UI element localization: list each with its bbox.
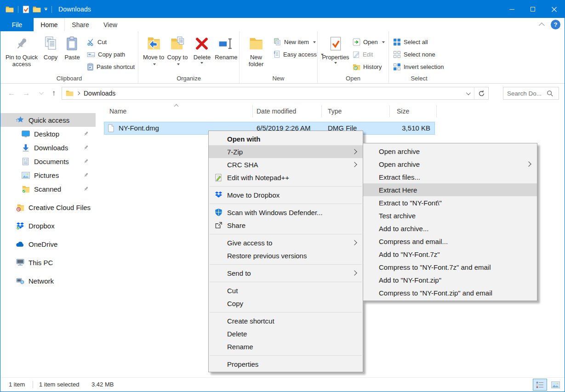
status-bar: 1 item 1 item selected 3.42 MB bbox=[0, 377, 565, 392]
maximize-button[interactable] bbox=[522, 0, 543, 18]
submenu-item-extract-to-folder[interactable]: Extract to "NY-Font\" bbox=[363, 196, 537, 209]
menu-item-create-shortcut[interactable]: Create shortcut bbox=[209, 314, 363, 327]
submenu-item-compress-to-zip-and-email[interactable]: Compress to "NY-Font.zip" and email bbox=[363, 286, 537, 299]
breadcrumb-chevron-icon[interactable] bbox=[76, 91, 80, 95]
refresh-button[interactable] bbox=[474, 87, 488, 99]
menu-item-give-access-to[interactable]: Give access to bbox=[209, 236, 363, 249]
sidebar-item-scanned[interactable]: Scanned bbox=[0, 182, 96, 196]
menu-item-crc-sha[interactable]: CRC SHA bbox=[209, 158, 363, 171]
new-folder-button[interactable]: New folder bbox=[244, 33, 268, 68]
new-folder-toolbar-icon[interactable] bbox=[33, 6, 41, 13]
sidebar-item-dropbox[interactable]: Dropbox bbox=[0, 219, 96, 233]
submenu-item-test-archive[interactable]: Test archive bbox=[363, 209, 537, 222]
tab-home[interactable]: Home bbox=[34, 18, 65, 31]
close-button[interactable] bbox=[543, 0, 565, 18]
submenu-item-open-archive[interactable]: Open archive bbox=[363, 145, 537, 158]
move-to-button[interactable]: Move to bbox=[142, 33, 165, 68]
address-dropdown-chevron-icon[interactable] bbox=[466, 91, 471, 95]
pin-icon[interactable] bbox=[82, 171, 90, 179]
breadcrumb-location[interactable]: Downloads bbox=[84, 90, 115, 97]
recent-locations-chevron-icon[interactable] bbox=[35, 84, 46, 102]
pin-icon[interactable] bbox=[82, 144, 90, 152]
submenu-item-extract-files[interactable]: Extract files... bbox=[363, 170, 537, 183]
submenu-item-compress-to-7z-and-email[interactable]: Compress to "NY-Font.7z" and email bbox=[363, 261, 537, 273]
menu-item-rename[interactable]: Rename bbox=[209, 340, 363, 353]
paste-icon bbox=[66, 34, 79, 54]
menu-item-edit-with-notepad-plus-plus[interactable]: Edit with Notepad++ bbox=[209, 171, 363, 184]
tab-file[interactable]: File bbox=[0, 18, 34, 31]
menu-item-open-with[interactable]: Open with bbox=[209, 132, 363, 145]
sidebar-item-documents[interactable]: Documents bbox=[0, 154, 96, 168]
invert-selection-button[interactable]: Invert selection bbox=[393, 61, 444, 73]
search-icon[interactable] bbox=[547, 90, 554, 97]
menu-item-cut[interactable]: Cut bbox=[209, 284, 363, 297]
pin-to-quick-access-button[interactable]: Pin to Quick access bbox=[3, 33, 40, 68]
submenu-item-compress-and-email[interactable]: Compress and email... bbox=[363, 235, 537, 248]
properties-button[interactable]: Properties bbox=[321, 33, 350, 64]
paste-shortcut-button[interactable]: Paste shortcut bbox=[87, 61, 135, 73]
sidebar-item-downloads[interactable]: Downloads bbox=[0, 141, 96, 154]
menu-item-move-to-dropbox[interactable]: Move to Dropbox bbox=[209, 188, 363, 201]
thumbnails-view-button[interactable] bbox=[548, 379, 563, 391]
sidebar-item-quick-access[interactable]: Quick access bbox=[0, 113, 96, 127]
tab-share[interactable]: Share bbox=[65, 18, 96, 31]
pin-icon[interactable] bbox=[82, 185, 90, 193]
menu-item-properties[interactable]: Properties bbox=[209, 358, 363, 370]
pin-icon[interactable] bbox=[82, 158, 90, 165]
sidebar-item-this-pc[interactable]: This PC bbox=[0, 256, 96, 269]
sidebar-item-pictures[interactable]: Pictures bbox=[0, 168, 96, 182]
copy-icon bbox=[44, 34, 57, 54]
easy-access-button[interactable]: Easy access bbox=[274, 48, 324, 61]
submenu-item-add-to-archive[interactable]: Add to archive... bbox=[363, 222, 537, 235]
copy-path-button[interactable]: Copy path bbox=[87, 48, 135, 61]
select-none-button[interactable]: Select none bbox=[393, 48, 444, 61]
collapse-ribbon-chevron-icon[interactable] bbox=[539, 23, 545, 28]
sidebar-item-desktop[interactable]: Desktop bbox=[0, 127, 96, 141]
forward-button[interactable]: → bbox=[20, 84, 33, 102]
help-icon[interactable]: ? bbox=[551, 20, 560, 29]
submenu-item-extract-here[interactable]: Extract Here bbox=[363, 183, 537, 196]
open-button[interactable]: Open bbox=[353, 36, 385, 48]
menu-item-copy[interactable]: Copy bbox=[209, 297, 363, 310]
cut-button[interactable]: Cut bbox=[87, 36, 135, 48]
select-all-button[interactable]: Select all bbox=[393, 36, 444, 48]
edit-button[interactable]: Edit bbox=[353, 48, 385, 61]
windows-defender-icon bbox=[214, 208, 223, 217]
paste-button[interactable]: Paste bbox=[61, 33, 83, 61]
rename-button[interactable]: Rename bbox=[213, 33, 239, 61]
search-input[interactable] bbox=[503, 90, 547, 97]
column-header-name[interactable]: Name bbox=[109, 108, 126, 115]
new-item-button[interactable]: New item bbox=[274, 36, 324, 48]
minimize-button[interactable] bbox=[501, 0, 522, 18]
customize-toolbar-chevron-icon[interactable] bbox=[44, 8, 47, 11]
sidebar-item-creative-cloud-files[interactable]: Creative Cloud Files bbox=[0, 200, 96, 214]
notepad-plus-plus-icon bbox=[214, 173, 223, 182]
sidebar-item-network[interactable]: Network bbox=[0, 274, 96, 288]
history-button[interactable]: History bbox=[353, 61, 385, 73]
properties-toolbar-icon[interactable] bbox=[23, 6, 29, 13]
column-header-date-modified[interactable]: Date modified bbox=[257, 108, 296, 115]
submenu-item-add-to-7z[interactable]: Add to "NY-Font.7z" bbox=[363, 248, 537, 261]
details-view-button[interactable] bbox=[533, 379, 547, 391]
sidebar-item-onedrive[interactable]: OneDrive bbox=[0, 237, 96, 251]
tab-view[interactable]: View bbox=[96, 18, 125, 31]
back-button[interactable]: ← bbox=[5, 84, 18, 102]
address-field[interactable]: Downloads bbox=[62, 87, 489, 100]
onedrive-icon bbox=[16, 241, 24, 247]
menu-item-delete[interactable]: Delete bbox=[209, 327, 363, 340]
up-button[interactable]: ↑ bbox=[47, 84, 60, 102]
column-header-size[interactable]: Size bbox=[397, 108, 409, 115]
submenu-item-add-to-zip[interactable]: Add to "NY-Font.zip" bbox=[363, 273, 537, 286]
pin-icon[interactable] bbox=[82, 130, 90, 138]
menu-item-restore-previous-versions[interactable]: Restore previous versions bbox=[209, 249, 363, 262]
copy-to-button[interactable]: Copy to bbox=[166, 33, 189, 68]
column-header-type[interactable]: Type bbox=[328, 108, 342, 115]
copy-button[interactable]: Copy bbox=[40, 33, 61, 61]
menu-item-share[interactable]: Share bbox=[209, 219, 363, 232]
delete-button[interactable]: Delete bbox=[191, 33, 213, 64]
explorer-folder-icon[interactable] bbox=[6, 6, 14, 13]
menu-item-7-zip[interactable]: 7-Zip bbox=[209, 145, 363, 158]
menu-item-send-to[interactable]: Send to bbox=[209, 267, 363, 279]
submenu-item-open-archive-with[interactable]: Open archive bbox=[363, 158, 537, 170]
menu-item-scan-with-windows-defender[interactable]: Scan with Windows Defender... bbox=[209, 206, 363, 219]
